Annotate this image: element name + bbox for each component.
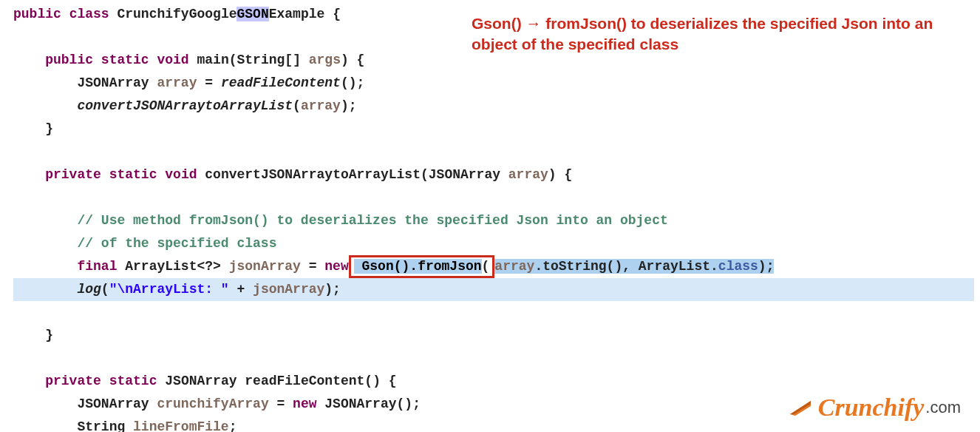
arg-array: array xyxy=(508,167,548,182)
kw-static: static xyxy=(109,167,157,182)
comment-1: // Use method fromJson() to deserializes… xyxy=(77,213,667,228)
selected-word-gson: GSON xyxy=(237,7,268,21)
call-jsonarray: JSONArray(); xyxy=(324,396,421,411)
close: ); xyxy=(341,98,357,113)
arg-array: array xyxy=(494,259,534,274)
kw-new: new xyxy=(293,396,316,411)
end: ) { xyxy=(548,167,572,182)
brace: } xyxy=(45,121,53,136)
var-linefromfile: lineFromFile xyxy=(133,419,229,432)
par: (); xyxy=(341,75,364,90)
type-arraylist2: ArrayList. xyxy=(639,259,718,274)
kw-class: class xyxy=(69,7,109,21)
open: ( xyxy=(101,282,109,297)
end: ; xyxy=(229,419,237,432)
open: ( xyxy=(293,98,301,113)
kw-private: private xyxy=(45,167,101,182)
kw-void: void xyxy=(165,167,197,182)
kw-static: static xyxy=(101,53,149,67)
var-jsonarray: jsonArray xyxy=(229,259,301,274)
arg-array: array xyxy=(301,98,341,113)
code-block: public class CrunchifyGoogleGSONExample … xyxy=(13,3,774,432)
sig: (String[] xyxy=(229,53,309,67)
crunchify-icon xyxy=(789,398,814,417)
kw-final: final xyxy=(77,259,117,274)
kw-static: static xyxy=(109,374,157,388)
brace: } xyxy=(45,328,53,342)
call-convert: convertJSONArraytoArrayList xyxy=(77,98,293,113)
type-string: String xyxy=(77,419,125,432)
type-jsonarray: JSONArray xyxy=(429,167,500,182)
type-jsonarray: JSONArray xyxy=(77,75,149,90)
kw-void: void xyxy=(157,53,188,67)
eq: = xyxy=(269,396,293,411)
end: () { xyxy=(364,374,396,388)
plus: + xyxy=(229,282,253,297)
logo-suffix: .com xyxy=(925,398,961,417)
crunchify-logo: Crunchify.com xyxy=(789,394,961,422)
logo-brand: Crunchify xyxy=(818,394,925,422)
gson-fromjson-sel: Gson().fromJson xyxy=(354,259,482,274)
fn-readfile: readFileContent xyxy=(245,374,364,388)
kw-private: private xyxy=(45,374,101,388)
type-arraylist: ArrayList<?> xyxy=(125,259,221,274)
open: ( xyxy=(421,167,429,182)
comment-2: // of the specified class xyxy=(77,236,276,251)
kw-public: public xyxy=(13,7,61,21)
class-name-b: Example xyxy=(269,7,325,21)
var-array: array xyxy=(157,75,197,90)
string-lit: "\nArrayList: " xyxy=(109,282,229,297)
call-log: log xyxy=(77,282,101,297)
type-jsonarray: JSONArray xyxy=(77,396,149,411)
class-name-a: CrunchifyGoogle xyxy=(117,7,237,21)
end: ); xyxy=(324,282,341,297)
fn-main: main xyxy=(197,53,229,67)
eq: = xyxy=(197,75,220,90)
end: ); xyxy=(758,259,775,274)
fld-class: class xyxy=(718,259,758,274)
type-jsonarray: JSONArray xyxy=(165,374,237,388)
eq: = xyxy=(301,259,324,274)
kw-new: new xyxy=(324,259,348,274)
call-readfile: readFileContent xyxy=(221,75,341,90)
brace: { xyxy=(324,7,341,21)
fn-convert: convertJSONArraytoArrayList xyxy=(205,167,421,182)
m1: .toString(), xyxy=(534,259,638,274)
end: ) { xyxy=(341,53,364,67)
kw-public: public xyxy=(45,53,93,67)
var-crunchifyarray: crunchifyArray xyxy=(157,396,268,411)
arg-args: args xyxy=(309,53,341,67)
var-jsonarray: jsonArray xyxy=(253,282,324,297)
annotation-callout: Gson() → fromJson() to deserializes the … xyxy=(472,13,945,55)
highlighted-box: Gson().fromJson( xyxy=(349,255,495,278)
